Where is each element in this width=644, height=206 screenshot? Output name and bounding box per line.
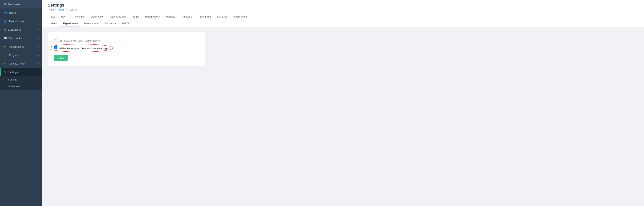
breadcrumb-home[interactable]: Home — [48, 9, 54, 11]
experiment-checkbox-teacher-overview[interactable] — [54, 46, 57, 49]
tab-experiments[interactable]: Experiments — [60, 20, 81, 27]
breadcrumb-separator: » — [66, 9, 68, 11]
sidebar-item-label: Users — [9, 11, 16, 14]
experiment-label-teacher-overview: BETA Redesigned Teacher Overview page — [59, 47, 108, 50]
tab-modules[interactable]: Modules — [163, 14, 178, 20]
tab-site[interactable]: Site — [48, 14, 58, 20]
tab-mb-qc[interactable]: MB QC — [119, 20, 134, 27]
sidebar-item-label: Progress — [9, 54, 20, 57]
sidebar-item-markbooks[interactable]: 📖 Markbooks ‹ — [0, 34, 42, 42]
sidebar-item-dashboard[interactable]: ⊞ Dashboard — [0, 0, 42, 9]
experiment-label-subject-page: BETA Subject Page Column Order — [60, 39, 100, 42]
tab-row-1: Site PDF Transcripts Observation SEN Sta… — [48, 14, 638, 20]
tab-parent-letter[interactable]: Parent Letter — [81, 20, 102, 27]
page-title: Settings — [48, 3, 638, 8]
tab-menu[interactable]: Menu — [48, 20, 60, 27]
chevron-icon: ‹ — [38, 20, 39, 22]
breadcrumb-current: Settings — [69, 9, 78, 11]
content-area: BETA Subject Page Column Order BETA Rede… — [42, 27, 644, 206]
tab-pdf[interactable]: PDF — [58, 14, 69, 20]
sidebar-item-settings[interactable]: ⚙ Settings ▾ — [0, 68, 42, 76]
chevron-icon: ‹ — [38, 29, 39, 31]
main-content: Settings Home » Admin » Settings Site PD… — [42, 0, 644, 206]
sidebar-sub-item-label: Settings — [8, 78, 17, 81]
tab-parent-app[interactable]: Parent App — [196, 14, 214, 20]
sidebar-item-label: Dashboard — [8, 3, 20, 6]
tab-self-eval[interactable]: Self Eval — [214, 14, 230, 20]
users-icon: 👥 — [4, 11, 7, 15]
experiment-checkbox-subject-page[interactable] — [54, 39, 57, 42]
sidebar-item-label: Markbooks — [9, 37, 22, 40]
circle-highlight: BETA Redesigned Teacher Overview page — [54, 46, 108, 50]
markbooks-icon: 📖 — [4, 36, 7, 40]
sidebar-item-label: Evaluations — [8, 28, 21, 31]
sidebar-item-parent-users[interactable]: 👤 Parent Users ‹ — [0, 17, 42, 25]
parent-users-icon: 👤 — [4, 20, 7, 23]
observations-icon: 🎓 — [4, 45, 7, 48]
progress-icon: 🎓 — [4, 53, 7, 57]
chevron-icon: ‹ — [38, 37, 39, 39]
chevron-icon: ‹ — [38, 45, 39, 48]
evaluations-icon: ◎ — [4, 28, 6, 31]
breadcrumb-admin[interactable]: Admin — [58, 9, 64, 11]
experiment-row-subject-page: BETA Subject Page Column Order — [54, 37, 199, 44]
tab-parent-panel[interactable]: Parent Panel — [230, 14, 250, 20]
sidebar-item-evaluations[interactable]: ◎ Evaluations ‹ — [0, 25, 42, 34]
chevron-icon: ‹ — [38, 54, 39, 56]
settings-card: BETA Subject Page Column Order BETA Rede… — [48, 32, 205, 66]
sidebar-item-label: Parent Users — [9, 20, 24, 23]
experiment-row-teacher-overview: BETA Redesigned Teacher Overview page — [54, 44, 199, 52]
sidebar-item-quality-check[interactable]: 🎓 Quality Check ‹ — [0, 59, 42, 68]
sidebar-item-users[interactable]: 👥 Users ‹ — [0, 9, 42, 17]
sidebar-sub-item-label: Grade sets — [8, 85, 20, 88]
tab-behaviour[interactable]: Behaviour — [102, 20, 119, 27]
tab-transcripts[interactable]: Transcripts — [69, 14, 88, 20]
sidebar-sub-item-grade-sets[interactable]: Grade sets — [0, 83, 42, 90]
tab-sen-statuses[interactable]: SEN Statuses — [107, 14, 129, 20]
chevron-icon: ‹ — [38, 62, 39, 65]
tab-parent-users[interactable]: Parent Users — [142, 14, 163, 20]
tab-observation[interactable]: Observation — [88, 14, 107, 20]
sidebar-item-label: Observations — [9, 45, 24, 48]
tab-target[interactable]: Target — [129, 14, 142, 20]
breadcrumb: Home » Admin » Settings — [48, 9, 638, 11]
chevron-down-icon: ▾ — [38, 71, 39, 73]
page-header: Settings Home » Admin » Settings Site PD… — [42, 0, 644, 27]
quality-check-icon: 🎓 — [4, 62, 7, 65]
sidebar: ⊞ Dashboard 👥 Users ‹ 👤 Parent Users ‹ ◎… — [0, 0, 42, 206]
sidebar-item-label: Settings — [8, 71, 18, 73]
settings-icon: ⚙ — [4, 70, 6, 74]
breadcrumb-separator: » — [55, 9, 57, 11]
sidebar-item-progress[interactable]: 🎓 Progress ‹ — [0, 51, 42, 59]
dashboard-icon: ⊞ — [4, 3, 6, 6]
tab-timetable[interactable]: Timetable — [178, 14, 196, 20]
tab-row-2: Menu Experiments Parent Letter Behaviour… — [48, 20, 638, 27]
sidebar-sub-item-settings[interactable]: Settings — [0, 76, 42, 83]
chevron-icon: ‹ — [38, 12, 39, 14]
save-button[interactable]: Save — [54, 55, 68, 61]
sidebar-item-label: Quality Check — [9, 62, 25, 65]
sidebar-item-observations[interactable]: 🎓 Observations ‹ — [0, 42, 42, 51]
